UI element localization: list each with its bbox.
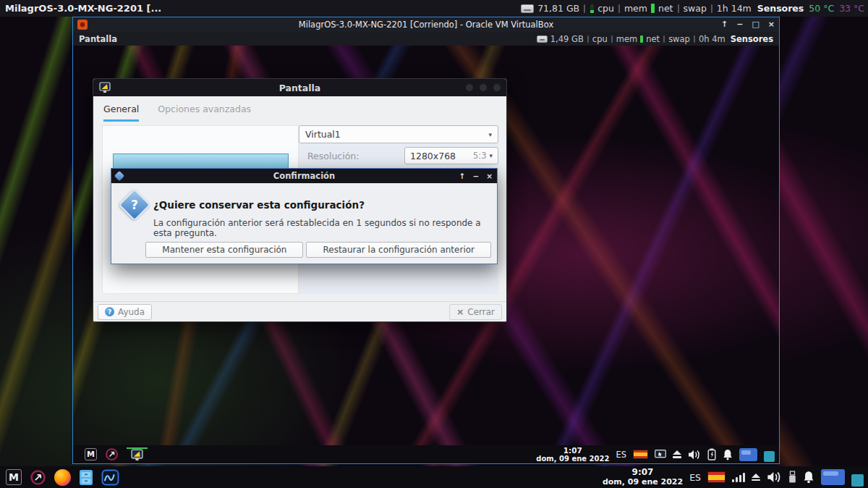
workspace-2[interactable] <box>764 451 775 462</box>
milagros-vm-task-icon[interactable] <box>101 469 119 486</box>
minimize-icon[interactable]: − <box>736 17 743 32</box>
confirmation-buttons: Mantener esta configuración Restaurar la… <box>145 242 491 258</box>
spain-flag-icon[interactable] <box>707 471 726 483</box>
guest-net-label[interactable]: net <box>646 34 660 44</box>
host-clock[interactable]: 9:07 dom, 09 ene 2022 <box>603 468 683 487</box>
guest-sensors-label[interactable]: Sensores <box>731 34 773 44</box>
confirmation-dialog: Confirmación ↑ − × ? ¿Quiere conservar e… <box>111 168 498 264</box>
host-net-label[interactable]: net <box>658 3 673 14</box>
host-temp-secondary: 33 °C <box>839 3 864 14</box>
question-glyph: ? <box>131 198 138 212</box>
close-button[interactable]: × Cerrar <box>449 304 502 320</box>
tab-advanced-options[interactable]: Opciones avanzadas <box>158 104 251 122</box>
guest-top-panel: Pantalla 1,49 GB cpu mem net swap 0h 4m … <box>73 32 779 46</box>
virtualbox-window-title: MilagrOS-3.0-MX-NG-2201 [Corriendo] - Or… <box>73 20 779 30</box>
disk-icon <box>521 4 534 13</box>
notifications-bell-icon[interactable] <box>803 471 814 484</box>
host-keyboard-layout[interactable]: ES <box>689 472 701 483</box>
network-signal-icon[interactable] <box>732 473 745 482</box>
guest-active-window-title: Pantalla <box>79 34 117 44</box>
host-top-panel: MilagrOS-3.0-MX-NG-2201 [... 71,81 GB cp… <box>0 0 868 17</box>
confirmation-dialog-body: ? ¿Quiere conservar esta configuración? … <box>111 183 497 264</box>
shade-window-icon[interactable]: ↑ <box>721 17 728 32</box>
host-system-tool-icon[interactable] <box>30 469 46 486</box>
host-disk-free[interactable]: 71,81 GB <box>537 3 579 14</box>
confirmation-dialog-title: Confirmación <box>111 171 497 181</box>
resolution-label: Resolución: <box>307 151 359 161</box>
usb-device-icon[interactable] <box>788 471 796 484</box>
display-settings-titlebar[interactable]: Pantalla <box>93 79 506 96</box>
guest-cpu-label[interactable]: cpu <box>592 34 608 44</box>
virtualbox-app-icon <box>77 20 88 30</box>
restore-configuration-button[interactable]: Restaurar la configuración anterior <box>306 242 491 258</box>
host-mem-label[interactable]: mem <box>624 3 647 14</box>
guest-taskbar: M 1:07 dom, 09 ene 2022 <box>73 445 779 463</box>
guest-mem-label[interactable]: mem <box>616 34 637 44</box>
volume-icon[interactable] <box>688 450 701 460</box>
guest-clock[interactable]: 1:07 dom, 09 ene 2022 <box>536 446 609 463</box>
workspace-1-active[interactable] <box>821 469 845 485</box>
maximize-icon[interactable]: □ <box>752 17 759 32</box>
separator <box>611 35 613 43</box>
screen: MilagrOS-3.0-MX-NG-2201 [... 71,81 GB cp… <box>0 0 868 488</box>
display-app-icon <box>99 82 111 93</box>
workspace-2[interactable] <box>851 474 864 487</box>
host-taskbar-launchers: M <box>6 469 119 486</box>
help-button[interactable]: ? Ayuda <box>98 304 152 320</box>
mem-meter-icon <box>651 4 655 13</box>
guest-task-display-settings[interactable] <box>127 447 148 461</box>
display-settings-title: Pantalla <box>93 83 506 93</box>
mem-meter-icon <box>640 35 643 43</box>
resolution-dropdown[interactable]: 1280x768 5:3 ▾ <box>404 147 498 164</box>
guest-system-monitors: 1,49 GB cpu mem net swap 0h 4m Sensores <box>537 34 773 44</box>
host-swap-label[interactable]: swap <box>684 3 707 14</box>
host-cpu-label[interactable]: cpu <box>597 3 614 14</box>
monitor-select-value: Virtual1 <box>305 129 341 140</box>
close-icon[interactable] <box>493 84 501 91</box>
virtualbox-titlebar[interactable]: MilagrOS-3.0-MX-NG-2201 [Corriendo] - Or… <box>73 17 779 32</box>
monitor-select-dropdown[interactable]: Virtual1 ▾ <box>299 125 498 143</box>
guest-menu-button[interactable]: M <box>85 448 97 460</box>
minimize-icon[interactable]: − <box>472 169 479 183</box>
separator <box>587 35 589 43</box>
question-diamond-icon: ? <box>118 188 150 221</box>
battery-icon[interactable] <box>707 448 716 460</box>
host-sensors-label[interactable]: Sensores <box>757 3 804 14</box>
host-taskbar-tray: 9:07 dom, 09 ene 2022 ES <box>603 468 864 487</box>
close-icon[interactable]: × <box>768 17 775 32</box>
guest-desktop-wallpaper: Pantalla General Opciones avanzadas <box>73 46 779 463</box>
separator <box>694 35 695 43</box>
screen-magnifier-tray-icon[interactable] <box>655 450 666 459</box>
file-manager-icon[interactable] <box>79 469 93 486</box>
guest-system-tool-icon[interactable] <box>105 447 119 461</box>
eject-icon[interactable] <box>673 450 681 458</box>
spain-flag-icon[interactable] <box>633 450 648 459</box>
chevron-down-icon: ▾ <box>488 131 492 138</box>
display-app-icon <box>131 449 143 461</box>
notifications-bell-icon[interactable] <box>723 449 733 460</box>
guest-disk-free[interactable]: 1,49 GB <box>550 34 584 44</box>
shade-window-icon[interactable] <box>466 84 473 91</box>
tab-general[interactable]: General <box>103 104 139 122</box>
shade-window-icon[interactable]: ↑ <box>459 169 466 183</box>
help-icon: ? <box>105 307 114 316</box>
guest-swap-label[interactable]: swap <box>668 34 690 44</box>
host-system-monitors: 71,81 GB cpu mem net swap 1h 14m Sensore… <box>521 3 864 14</box>
close-x-icon: × <box>456 307 464 317</box>
guest-keyboard-layout[interactable]: ES <box>616 450 626 460</box>
keep-configuration-button[interactable]: Mantener esta configuración <box>145 242 303 258</box>
cpu-meter-icon <box>590 4 594 13</box>
separator <box>711 4 712 13</box>
close-icon[interactable]: × <box>486 169 493 183</box>
disk-icon <box>537 35 548 43</box>
firefox-icon[interactable] <box>54 469 71 486</box>
display-settings-footer: ? Ayuda × Cerrar <box>93 301 506 321</box>
confirmation-dialog-titlebar[interactable]: Confirmación ↑ − × <box>111 169 497 183</box>
guest-taskbar-tray: 1:07 dom, 09 ene 2022 ES <box>536 446 775 463</box>
volume-icon[interactable] <box>767 471 782 483</box>
eject-icon[interactable] <box>752 474 760 481</box>
minimize-icon[interactable] <box>480 84 487 91</box>
host-date: dom, 09 ene 2022 <box>603 478 683 487</box>
workspace-1-active[interactable] <box>739 448 757 461</box>
host-menu-button[interactable]: M <box>6 469 22 485</box>
